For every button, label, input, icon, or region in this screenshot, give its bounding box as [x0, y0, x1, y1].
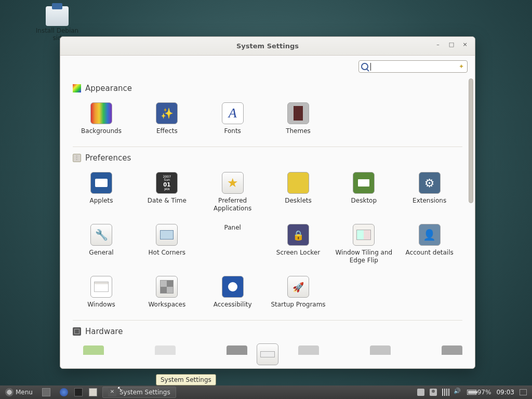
- settings-item-hot-corners[interactable]: Hot Corners: [138, 224, 195, 264]
- settings-item-label: Extensions: [401, 197, 458, 205]
- note-icon: [287, 172, 309, 194]
- hot-corners-icon: [156, 224, 178, 246]
- settings-item-account-details[interactable]: Account details: [401, 224, 458, 264]
- settings-item-label: Windows: [73, 301, 130, 309]
- files-icon: [89, 388, 97, 396]
- search-box[interactable]: ✦: [358, 60, 468, 73]
- appearance-section-icon: [73, 84, 81, 92]
- search-clear-icon[interactable]: ✦: [458, 63, 465, 70]
- settings-item-label: Backgrounds: [73, 127, 130, 135]
- search-icon: [361, 63, 368, 70]
- settings-item-screen-locker[interactable]: Screen Locker: [270, 224, 327, 264]
- settings-item-window-tiling[interactable]: Window Tiling and Edge Flip: [335, 224, 392, 264]
- search-input[interactable]: [371, 63, 458, 70]
- settings-content: Appearance Backgrounds Effects A Fonts T: [60, 77, 475, 368]
- settings-item-preferred-applications[interactable]: Preferred Applications: [204, 172, 261, 212]
- user-applet-icon[interactable]: [430, 389, 437, 396]
- web-browser-icon: [60, 388, 68, 396]
- accessibility-icon: [222, 276, 244, 298]
- gear-icon: [419, 172, 441, 194]
- section-divider: [73, 147, 462, 147]
- calendar-icon: 2007 Sun 01 JAN: [156, 172, 178, 194]
- lock-icon: [287, 224, 309, 246]
- system-tray: 97% 09:03: [417, 389, 530, 396]
- workspaces-icon: [156, 276, 178, 298]
- settings-item-workspaces[interactable]: Workspaces: [138, 276, 195, 309]
- minimize-button[interactable]: –: [434, 41, 442, 48]
- settings-item-label: Themes: [270, 127, 327, 135]
- vertical-scrollbar[interactable]: [469, 78, 474, 367]
- menu-button[interactable]: Menu: [2, 387, 36, 398]
- settings-item-label: Effects: [138, 127, 195, 135]
- titlebar[interactable]: System Settings – □ ×: [60, 37, 475, 56]
- settings-item-windows[interactable]: Windows: [73, 276, 130, 309]
- settings-item-label: Hot Corners: [138, 249, 195, 257]
- section-heading-appearance: Appearance: [73, 84, 462, 93]
- settings-item-label: Applets: [73, 197, 130, 205]
- desktop-icon: [353, 172, 375, 194]
- launcher-files[interactable]: [86, 387, 100, 398]
- removable-drives-icon[interactable]: [417, 389, 424, 396]
- settings-item-panel[interactable]: Panel: [204, 224, 261, 264]
- settings-item-label: Desklets: [270, 197, 327, 205]
- section-heading-preferences: ⋮ Preferences: [73, 153, 462, 163]
- calendar-month: JAN: [163, 188, 171, 191]
- settings-item-label: Preferred Applications: [204, 197, 261, 212]
- taskbar-tooltip: System Settings: [156, 374, 216, 385]
- system-settings-icon: [108, 388, 116, 396]
- settings-item-desklets[interactable]: Desklets: [270, 172, 327, 212]
- settings-item-label: General: [73, 249, 130, 257]
- wrench-icon: [90, 224, 112, 246]
- fonts-icon: A: [222, 102, 244, 124]
- settings-item-label: Panel: [204, 224, 261, 232]
- show-desktop-icon: [42, 388, 50, 396]
- themes-icon: [287, 102, 309, 124]
- applets-icon: [90, 172, 112, 194]
- tray-end-icon[interactable]: [520, 389, 527, 395]
- section-heading-label: Appearance: [85, 84, 132, 93]
- toolbar: ✦: [60, 56, 475, 77]
- settings-item-desktop[interactable]: Desktop: [335, 172, 392, 212]
- windows-icon: [90, 276, 112, 298]
- settings-item-label: Account details: [401, 249, 458, 257]
- section-heading-label: Preferences: [85, 153, 131, 163]
- settings-item-applets[interactable]: Applets: [73, 172, 130, 212]
- settings-item-themes[interactable]: Themes: [270, 102, 327, 135]
- hardware-items-partial: [73, 345, 462, 355]
- hardware-section-icon: [73, 327, 81, 336]
- show-desktop-button[interactable]: [39, 387, 54, 398]
- settings-item-fonts[interactable]: A Fonts: [204, 102, 261, 135]
- settings-item-startup-programs[interactable]: Startup Programs: [270, 276, 327, 309]
- network-icon[interactable]: [442, 389, 449, 396]
- panel-clock[interactable]: 09:03: [496, 389, 514, 396]
- window-title: System Settings: [236, 42, 299, 50]
- settings-item-extensions[interactable]: Extensions: [401, 172, 458, 212]
- section-divider: [73, 320, 462, 321]
- maximize-button[interactable]: □: [448, 41, 455, 48]
- volume-icon[interactable]: [455, 389, 462, 396]
- settings-item-effects[interactable]: Effects: [138, 102, 195, 135]
- star-icon: [222, 172, 244, 194]
- settings-item-date-time[interactable]: 2007 Sun 01 JAN Date & Time: [138, 172, 195, 212]
- close-button[interactable]: ×: [461, 41, 469, 48]
- tiling-icon: [353, 224, 375, 246]
- battery-indicator[interactable]: 97%: [467, 389, 491, 396]
- backgrounds-icon: [90, 102, 112, 124]
- scrollbar-thumb[interactable]: [469, 78, 473, 203]
- install-debian-icon: [46, 6, 69, 26]
- section-heading-hardware: Hardware: [73, 327, 462, 336]
- preferences-section-icon: ⋮: [73, 154, 81, 162]
- taskbar-item-label: System Settings: [119, 389, 170, 396]
- user-icon: [419, 224, 441, 246]
- taskbar-item-system-settings[interactable]: System Settings: [102, 387, 176, 398]
- settings-item-label: Workspaces: [138, 301, 195, 309]
- launcher-web-browser[interactable]: [57, 387, 71, 398]
- section-heading-label: Hardware: [85, 327, 123, 336]
- settings-item-accessibility[interactable]: Accessibility: [204, 276, 261, 309]
- settings-item-label: Fonts: [204, 127, 261, 135]
- launcher-terminal[interactable]: [71, 387, 86, 398]
- settings-item-label: Screen Locker: [270, 249, 327, 257]
- settings-item-general[interactable]: General: [73, 224, 130, 264]
- settings-item-backgrounds[interactable]: Backgrounds: [73, 102, 130, 135]
- system-settings-window: System Settings – □ × ✦ Appearance Backg…: [60, 36, 475, 369]
